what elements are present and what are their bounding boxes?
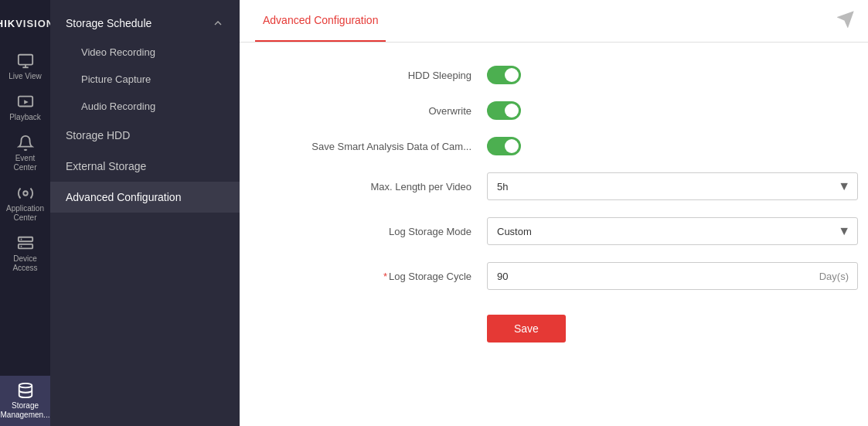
nav-item-external-storage[interactable]: External Storage (50, 151, 240, 182)
sidebar-item-device-access-label: Device Access (3, 254, 47, 273)
max-length-select-wrapper: 5h 1h 2h 3h 4h 6h ▼ (487, 172, 858, 200)
log-storage-cycle-label: *Log Storage Cycle (271, 271, 487, 282)
hdd-sleeping-label: HDD Sleeping (271, 70, 487, 81)
logo: HIKVISION (0, 18, 54, 29)
save-button[interactable]: Save (487, 315, 566, 343)
log-storage-mode-select[interactable]: Custom Default Extended (487, 217, 858, 245)
max-length-select[interactable]: 5h 1h 2h 3h 4h 6h (487, 172, 858, 200)
logo-area: HIKVISION (0, 8, 50, 39)
form-row-hdd-sleeping: HDD Sleeping (271, 66, 858, 84)
svg-point-8 (20, 239, 22, 240)
form-row-log-storage-cycle: *Log Storage Cycle Day(s) (271, 262, 858, 290)
icon-sidebar: HIKVISION Live View Playback Event Cente… (0, 0, 50, 426)
svg-point-10 (19, 383, 32, 388)
sidebar-item-storage-management[interactable]: Storage Managemen... (0, 376, 50, 426)
sidebar-item-application-center[interactable]: Application Center (0, 179, 50, 229)
log-storage-mode-select-wrapper: Custom Default Extended ▼ (487, 217, 858, 245)
max-length-label: Max. Length per Video (271, 181, 487, 193)
main-content: Advanced Configuration HDD Sleeping Over… (240, 0, 868, 426)
form-area: HDD Sleeping Overwrite Save Smart Analys… (240, 43, 868, 426)
sidebar-item-live-view-label: Live View (9, 72, 42, 81)
svg-rect-0 (18, 55, 32, 65)
svg-marker-14 (839, 12, 853, 26)
overwrite-label: Overwrite (271, 105, 487, 117)
svg-marker-4 (24, 100, 29, 104)
nav-group-storage-schedule[interactable]: Storage Schedule (50, 8, 240, 39)
nav-item-advanced-configuration[interactable]: Advanced Configuration (50, 182, 240, 213)
sidebar-item-playback-label: Playback (9, 113, 41, 122)
sidebar-item-playback[interactable]: Playback (0, 87, 50, 128)
top-send-icon (837, 11, 854, 28)
svg-point-5 (23, 191, 28, 196)
log-storage-cycle-input[interactable] (487, 262, 858, 290)
sidebar-item-event-center[interactable]: Event Center (0, 128, 50, 179)
sidebar-item-event-center-label: Event Center (3, 154, 47, 172)
sidebar-item-live-view[interactable]: Live View (0, 46, 50, 87)
grid-icon (17, 185, 34, 202)
form-row-save-smart-analysis: Save Smart Analysis Data of Cam... (271, 137, 858, 155)
hdd-sleeping-toggle[interactable] (487, 66, 521, 84)
save-smart-analysis-label: Save Smart Analysis Data of Cam... (271, 141, 487, 152)
tab-advanced-configuration[interactable]: Advanced Configuration (255, 0, 386, 42)
monitor-icon (17, 53, 34, 70)
bell-icon (17, 135, 34, 152)
form-row-max-length: Max. Length per Video 5h 1h 2h 3h 4h 6h … (271, 172, 858, 200)
nav-sidebar: Storage Schedule Video Recording Picture… (50, 0, 240, 426)
tab-bar: Advanced Configuration (240, 0, 868, 43)
top-send-button[interactable] (837, 11, 854, 31)
overwrite-toggle[interactable] (487, 101, 521, 120)
log-storage-mode-label: Log Storage Mode (271, 226, 487, 237)
database-icon (17, 382, 34, 399)
log-storage-cycle-input-wrapper: Day(s) (487, 262, 858, 290)
required-asterisk: * (383, 271, 387, 282)
nav-item-storage-hdd[interactable]: Storage HDD (50, 120, 240, 151)
play-icon (17, 94, 34, 111)
svg-point-9 (20, 246, 22, 247)
save-smart-analysis-toggle[interactable] (487, 137, 521, 155)
chevron-up-icon (212, 17, 224, 29)
sidebar-item-device-access[interactable]: Device Access (0, 229, 50, 279)
sidebar-item-storage-management-label: Storage Managemen... (1, 401, 50, 420)
nav-group-storage-schedule-label: Storage Schedule (66, 17, 151, 29)
nav-sub-picture-capture[interactable]: Picture Capture (50, 66, 240, 93)
form-row-overwrite: Overwrite (271, 101, 858, 120)
nav-sub-video-recording[interactable]: Video Recording (50, 39, 240, 66)
log-storage-cycle-unit: Day(s) (819, 271, 849, 282)
sidebar-item-application-center-label: Application Center (3, 204, 47, 223)
nav-sub-audio-recording[interactable]: Audio Recording (50, 93, 240, 120)
server-icon (17, 235, 34, 252)
form-row-log-storage-mode: Log Storage Mode Custom Default Extended… (271, 217, 858, 245)
